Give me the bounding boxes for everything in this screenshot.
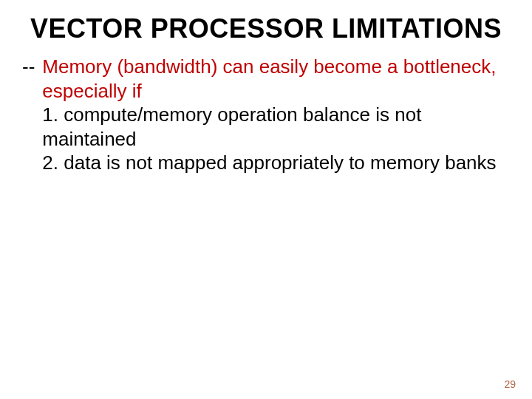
body-area: -- Memory (bandwidth) can easily become …: [21, 55, 511, 175]
lead-line: -- Memory (bandwidth) can easily become …: [21, 55, 511, 175]
slide: VECTOR PROCESSOR LIMITATIONS -- Memory (…: [0, 0, 532, 399]
lead-text: Memory (bandwidth) can easily become a b…: [42, 55, 496, 102]
page-number: 29: [504, 378, 516, 390]
sub-point-1: 1. compute/memory operation balance is n…: [42, 103, 511, 151]
sub-points: 1. compute/memory operation balance is n…: [42, 103, 511, 175]
bullet-marker: --: [21, 55, 42, 175]
slide-title: VECTOR PROCESSOR LIMITATIONS: [21, 13, 511, 44]
sub-point-2: 2. data is not mapped appropriately to m…: [42, 151, 511, 175]
